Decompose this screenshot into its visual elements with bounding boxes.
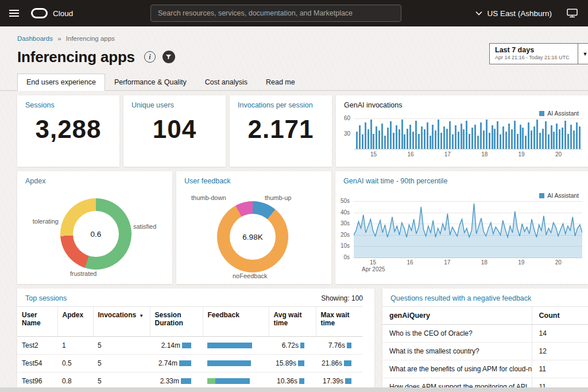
bar [477,136,479,149]
bar [427,122,428,149]
chart-legend[interactable]: AI Assistant [539,192,579,199]
tab-end-users-experience[interactable]: End users experience [17,74,105,91]
table-row[interactable]: Test960.852.33m10.36s17.39s [17,372,363,388]
bar [471,128,473,149]
col-invocations[interactable]: Invocations [93,307,150,337]
tick-label: 10s [341,243,350,249]
region-selector[interactable]: US East (Ashburn) [475,9,552,18]
bar [421,126,423,149]
tick-label: 20s [341,232,350,238]
cell-invocations: 5 [93,372,150,388]
cell-count: 11 [532,378,588,388]
oracle-cloud-brand[interactable]: Cloud [31,8,73,18]
col-genaiquery[interactable]: genAiQuery [382,307,532,325]
col-feedback[interactable]: Feedback [203,307,269,337]
table-row[interactable]: Who is the CEO of Oracle?14 [382,325,588,343]
tab-performance-quality[interactable]: Performance & Quality [105,74,196,91]
chevron-down-icon[interactable] [578,44,588,64]
max-value: 7.76s [328,341,345,349]
bar [359,125,361,149]
chart-legend[interactable]: AI Assistant [539,110,579,117]
card-title-wait-time[interactable]: GenAI wait time - 90th percentile [335,171,588,185]
breadcrumb-current: Inferencing apps [66,35,115,42]
tick-label: 30 [344,130,350,137]
bar [536,120,538,149]
invocations-bars [354,118,582,149]
page-header: Inferencing apps Last 7 days Apr 14 21:1… [0,43,588,68]
bar [384,136,386,149]
col-session-duration[interactable]: Session Duration [150,307,203,337]
user-feedback-donut-chart[interactable]: 6.98K [217,201,288,272]
table-row[interactable]: How does APM support the monitoring of A… [382,378,588,388]
bar [486,120,488,149]
search-input[interactable] [150,5,401,22]
card-title-negative-feedback[interactable]: Questions resulted with a negative feedb… [390,294,531,302]
bar [520,125,521,149]
cell-invocations: 5 [93,355,150,372]
bar [458,132,459,149]
cloud-shell-icon[interactable] [567,9,578,18]
cell-avg-wait: 6.72s [269,337,316,355]
date-range-selector[interactable]: Last 7 days Apr 14 21:16 - Today 21:16 U… [489,43,588,64]
bar [500,134,501,149]
card-title-sessions[interactable]: Sessions [17,95,119,109]
kpi-card-unique-users: Unique users 104 [123,95,226,167]
duration-value: 2.14m [161,341,180,349]
col-user-name[interactable]: User Name [17,307,57,337]
col-avg-wait-time[interactable]: Avg wait time [269,307,316,337]
feedback-donut-zone: 6.98K thumb-down thumb-up noFeedback [176,171,331,284]
segment-label-nofeedback: noFeedback [233,272,268,279]
card-title-invocations-per-session[interactable]: Invocations per session [230,95,332,109]
cell-apdex: 1 [57,337,93,355]
bar [443,126,445,149]
feedback-bar-segment [207,343,252,348]
tab-cost-analysis[interactable]: Cost analysis [196,74,257,91]
tick-label: 17 [444,259,450,266]
col-max-wait-time[interactable]: Max wait time [316,307,363,337]
bottom-scrollbar-strip[interactable] [0,387,588,392]
card-title-top-sessions[interactable]: Top sessions [25,294,67,302]
cell-avg-wait: 10.36s [269,372,316,388]
avg-value: 6.72s [282,341,299,349]
apdex-donut-chart[interactable]: 0.6 [60,198,131,270]
filter-icon[interactable] [163,51,175,63]
tab-read-me[interactable]: Read me [257,74,304,91]
wait-time-card: GenAI wait time - 90th percentile AI Ass… [335,171,588,284]
oracle-logo-icon [31,8,48,18]
avg-bar [300,343,304,348]
bar [511,129,513,149]
cell-user-name: Test2 [17,337,57,355]
apdex-donut-zone: 0.6 tolerating satisfied frustrated [17,171,172,284]
bar [418,134,420,149]
bar [455,125,457,149]
max-value-bar: 21.86s [320,359,358,367]
card-title-unique-users[interactable]: Unique users [123,95,226,109]
cell-count: 14 [532,325,588,343]
date-range-label: Last 7 days [495,46,572,54]
bar [483,130,485,149]
table-row[interactable]: Test540.552.74m15.89s21.86s [17,355,363,372]
breadcrumb-link-dashboards[interactable]: Dashboards [17,35,53,42]
info-icon[interactable] [144,51,156,63]
max-value: 17.39s [323,377,343,385]
table-row[interactable]: What are the benefits of using APM for c… [382,360,588,378]
tick-label: 60 [344,115,350,121]
kpi-value-invocations-per-session: 2.171 [230,115,332,144]
col-apdex[interactable]: Apdex [57,307,93,337]
bar [480,122,482,149]
table-row[interactable]: Test2152.14m6.72s7.76s [17,337,363,355]
cell-feedback [203,372,269,388]
wait-time-area-svg [354,201,582,258]
tick-label: 18 [481,151,488,157]
bar [463,129,465,149]
legend-label: AI Assistant [547,110,579,117]
max-value: 21.86s [322,359,342,367]
avg-value: 15.89s [276,359,296,367]
max-value-bar: 17.39s [320,377,358,385]
col-count[interactable]: Count [532,307,588,325]
table-row[interactable]: What is the smallest country?12 [382,343,588,360]
cell-max-wait: 7.76s [316,337,363,355]
hamburger-menu-icon[interactable] [0,0,28,26]
global-search [150,5,401,22]
bar [376,126,377,149]
